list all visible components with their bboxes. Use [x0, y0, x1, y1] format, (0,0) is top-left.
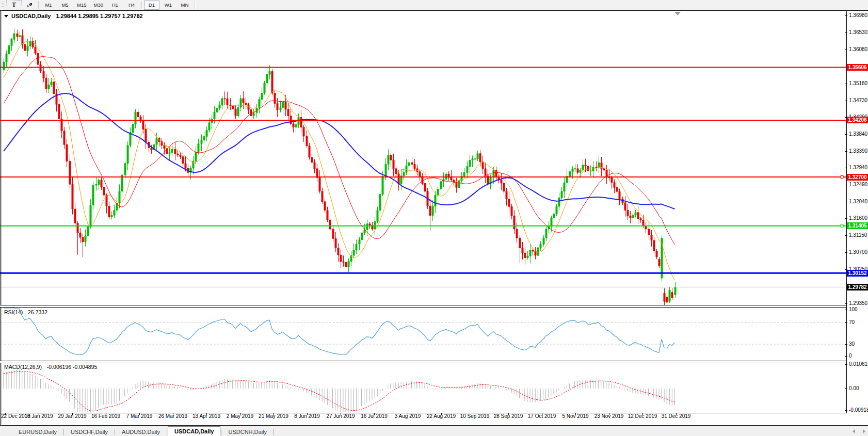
chart-ohlc-values: 1.29844 1.29895 1.29757 1.29782: [56, 13, 142, 19]
price-axis-line: [846, 11, 847, 413]
timeframe-button-m30[interactable]: M30: [90, 1, 106, 10]
text-tool-button[interactable]: T: [6, 1, 22, 9]
timeframe-button-h1[interactable]: H1: [107, 1, 123, 10]
timeframe-button-mn[interactable]: MN: [177, 1, 192, 10]
axis-tick-mark: [845, 202, 847, 202]
tab-scroll-left-button[interactable]: [853, 429, 855, 433]
timeframe-button-h4[interactable]: H4: [124, 1, 139, 10]
date-label: 22 Aug 2019: [425, 413, 458, 419]
date-label: 17 Oct 2019: [525, 413, 558, 419]
indicator-tick-label: 0.00: [849, 385, 868, 392]
tab-divider: [115, 429, 115, 435]
timeframe-button-d1[interactable]: D1: [144, 1, 159, 10]
price-tick-label: 1.36980: [849, 12, 868, 19]
price-tick-label: 1.32940: [849, 165, 868, 171]
price-level-badge: 1.32700: [847, 174, 868, 181]
price-level-badge: 1.30152: [847, 270, 868, 277]
price-tick-label: 1.31150: [849, 232, 868, 238]
indicator-tick-label: 30: [849, 341, 868, 347]
toolbar-grip: [2, 2, 4, 9]
date-label: 31 Dec 2019: [660, 413, 693, 419]
rsi-indicator-plot[interactable]: [1, 307, 846, 361]
axis-tick-mark: [845, 322, 847, 323]
date-label: 28 Sep 2019: [492, 413, 525, 419]
chart-tab-usdcad[interactable]: USDCAD,Daily: [168, 426, 220, 436]
axis-tick-mark: [845, 303, 847, 304]
macd-name: MACD(12,26,9): [4, 364, 42, 370]
axis-tick-mark: [845, 84, 847, 84]
price-tick-label: 1.36080: [849, 46, 868, 53]
price-tick-label: 1.34730: [849, 98, 868, 104]
date-label: 7 Mar 2019: [123, 413, 156, 419]
axis-tick-mark: [845, 389, 847, 389]
price-tick-label: 1.35180: [849, 80, 868, 87]
axis-tick-mark: [845, 50, 847, 50]
date-label: 16 Jul 2019: [358, 413, 391, 419]
price-level-badge: 1.35606: [847, 64, 868, 71]
tab-divider: [167, 429, 167, 435]
indicator-tick-label: 100: [849, 306, 868, 313]
timeframe-button-m1[interactable]: M1: [41, 1, 56, 10]
price-tick-label: 1.30700: [849, 249, 868, 255]
price-tick-label: 1.36530: [849, 29, 868, 36]
price-tick-label: 1.33390: [849, 148, 868, 154]
axis-tick-mark: [845, 218, 847, 219]
date-label: 16 Feb 2019: [89, 413, 122, 419]
date-label: 26 Mar 2019: [156, 413, 189, 419]
date-label: 12 Dec 2019: [626, 413, 659, 419]
tab-scroll-right-button[interactable]: [863, 429, 865, 433]
axis-tick-mark: [845, 151, 847, 152]
date-label: 3 Aug 2019: [391, 413, 424, 419]
price-tick-label: 1.29350: [849, 300, 868, 306]
toolbar-separator: [38, 1, 39, 9]
toolbar-separator: [195, 1, 195, 9]
date-label: 10 Sep 2019: [458, 413, 491, 419]
price-level-badge: 1.31405: [847, 222, 868, 229]
objects-dropdown-button[interactable]: [23, 1, 36, 10]
top-toolbar: T M1M5M15M30H1H4D1W1MN: [0, 0, 868, 10]
macd-indicator-plot[interactable]: [1, 363, 846, 413]
axis-tick-mark: [845, 364, 847, 365]
arrows-icon: [26, 2, 33, 8]
application-window: T M1M5M15M30H1H4D1W1MN USDCAD,Daily 1.29…: [0, 0, 868, 436]
timeframe-button-m15[interactable]: M15: [74, 1, 89, 10]
indicator-tick-label: 0.010615: [849, 361, 868, 367]
chart-symbol-label: USDCAD,Daily: [11, 13, 51, 19]
chart-info-line: USDCAD,Daily 1.29844 1.29895 1.29757 1.2…: [4, 13, 143, 19]
date-label: 2 May 2019: [223, 413, 256, 419]
price-tick-label: 1.32040: [849, 199, 868, 205]
indicator-tick-label: 70: [849, 319, 868, 326]
tab-divider: [221, 429, 221, 435]
date-label: 8 Jun 2019: [291, 413, 324, 419]
axis-tick-mark: [845, 168, 847, 168]
axis-tick-mark: [845, 344, 847, 345]
macd-label: MACD(12,26,9) -0.006196 -0.004895: [4, 364, 97, 370]
date-label: 10 Jan 2019: [22, 413, 55, 419]
chart-tab-audusd[interactable]: AUDUSD,Daily: [116, 428, 166, 436]
axis-tick-mark: [845, 101, 847, 101]
timeframe-button-m5[interactable]: M5: [57, 1, 73, 10]
chart-tab-eurusd[interactable]: EURUSD,Daily: [12, 428, 63, 436]
price-tick-label: 1.32490: [849, 182, 868, 188]
date-label: 5 Nov 2019: [559, 413, 592, 419]
axis-tick-mark: [845, 33, 847, 33]
symbol-dropdown-icon[interactable]: [4, 15, 8, 18]
axis-tick-mark: [845, 235, 847, 236]
chart-tab-usdcnh[interactable]: USDCNH,Daily: [222, 428, 273, 436]
tab-divider: [274, 429, 274, 435]
axis-tick-mark: [845, 356, 847, 357]
tab-divider: [63, 429, 64, 435]
date-label: 27 Jun 2019: [324, 413, 357, 419]
chart-tab-usdchf[interactable]: USDCHF,Daily: [65, 428, 114, 436]
price-chart-plot[interactable]: [1, 11, 846, 305]
rsi-value: 26.7332: [28, 309, 47, 315]
timeframe-button-group: M1M5M15M30H1H4D1W1MN: [40, 1, 197, 10]
price-level-badge: 1.29782: [847, 284, 868, 290]
axis-tick-mark: [845, 15, 847, 16]
macd-values: -0.006196 -0.004895: [47, 364, 98, 370]
indicator-tick-label: -0.009185: [849, 407, 868, 413]
timeframe-button-w1[interactable]: W1: [160, 1, 176, 10]
date-label: 21 May 2019: [257, 413, 290, 419]
toolbar-separator: [141, 1, 142, 9]
axis-tick-mark: [845, 410, 847, 411]
